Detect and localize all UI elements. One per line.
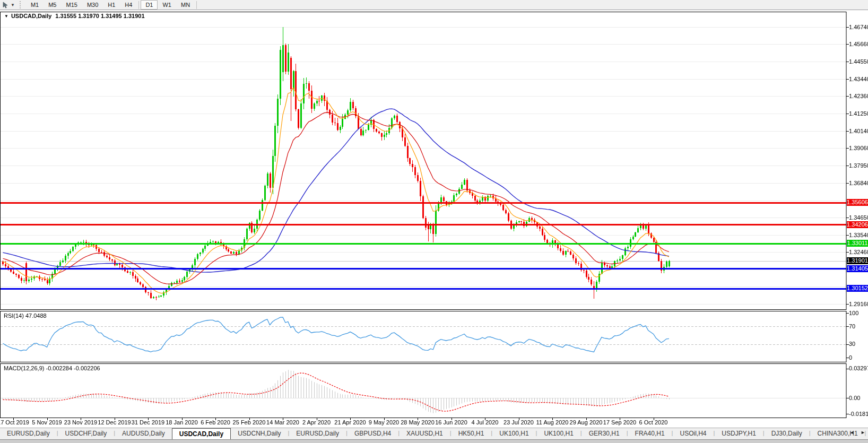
timeframe-button-w1[interactable]: W1 — [158, 0, 176, 10]
cursor-icon — [2, 2, 9, 8]
chart-tab-dj30-daily[interactable]: DJ30,Daily — [765, 428, 809, 439]
top-toolbar: ▼ M1M5M15M30H1H4D1W1MN — [0, 0, 868, 10]
cursor-tool-button[interactable]: ▼ — [0, 1, 17, 10]
timeframe-button-h1[interactable]: H1 — [103, 0, 120, 10]
chart-tab-uk100-h1[interactable]: UK100,H1 — [537, 428, 580, 439]
timeframe-button-m5[interactable]: M5 — [44, 0, 61, 10]
chart-tab-usdchf-daily[interactable]: USDCHF,Daily — [58, 428, 114, 439]
chart-tab-uk100-h1[interactable]: UK100,H1 — [492, 428, 535, 439]
cursor-tool-dropdown-icon[interactable]: ▼ — [11, 3, 15, 7]
chart-tab-fra40-h1[interactable]: FRA40,H1 — [628, 428, 672, 439]
timeframe-button-m30[interactable]: M30 — [82, 0, 103, 10]
timeframe-button-m15[interactable]: M15 — [61, 0, 82, 10]
chart-tab-usdjpy-h1[interactable]: USDJPY,H1 — [715, 428, 762, 439]
chart-tab-usdcnh-daily[interactable]: USDCNH,Daily — [231, 428, 288, 439]
timeframe-button-d1[interactable]: D1 — [141, 0, 158, 10]
chart-canvas[interactable] — [0, 0, 868, 428]
timeframe-button-h4[interactable]: H4 — [120, 0, 137, 10]
chart-tab-hk50-h1[interactable]: HK50,H1 — [452, 428, 491, 439]
toolbar-grip — [20, 1, 23, 8]
chart-tab-xauusd-h1[interactable]: XAUUSD,H1 — [400, 428, 450, 439]
timeframe-button-mn[interactable]: MN — [176, 0, 195, 10]
toolbar-separator — [138, 1, 139, 9]
toolbar-separator — [196, 1, 197, 9]
timeframe-buttons: M1M5M15M30H1H4D1W1MN — [26, 0, 198, 10]
chart-tab-usdcad-daily[interactable]: USDCAD,Daily — [172, 428, 231, 439]
chart-tab-audusd-daily[interactable]: AUDUSD,Daily — [115, 428, 172, 439]
chart-tab-usoil-h4[interactable]: USOil,H4 — [673, 428, 713, 439]
tab-scroll-buttons: ◄ ► — [848, 429, 867, 436]
chart-tab-gbpusd-h4[interactable]: GBPUSD,H4 — [348, 428, 398, 439]
chart-tab-eurusd-daily[interactable]: EURUSD,Daily — [0, 428, 57, 439]
chart-tab-ger30-h1[interactable]: GER30,H1 — [582, 428, 627, 439]
chart-tab-eurusd-daily[interactable]: EURUSD,Daily — [289, 428, 346, 439]
window-bottom-strip — [0, 439, 868, 443]
tab-scroll-right-icon[interactable]: ► — [859, 429, 867, 436]
timeframe-button-m1[interactable]: M1 — [26, 0, 44, 10]
chart-tab-bar: EURUSD,Daily|USDCHF,Daily|AUDUSD,DailyUS… — [0, 428, 868, 439]
tab-scroll-left-icon[interactable]: ◄ — [848, 429, 856, 436]
